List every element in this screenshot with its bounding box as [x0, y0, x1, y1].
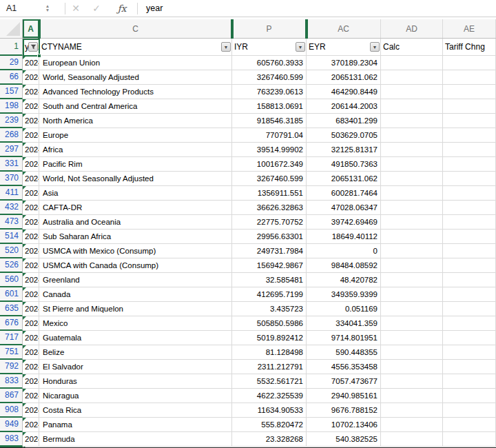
cell-iyr[interactable]: 81.128498	[232, 345, 307, 360]
cell-ctyname[interactable]: Belize	[39, 345, 232, 360]
row-header[interactable]: 370	[0, 172, 23, 186]
cell-iyr[interactable]: 1001672.349	[232, 157, 307, 172]
cell-calc[interactable]	[381, 230, 443, 244]
cell-AE1-tariff-header[interactable]: Tariff Chng	[443, 39, 496, 56]
cell-iyr[interactable]: 249731.7984	[232, 244, 307, 258]
cell-tariff[interactable]	[443, 215, 496, 230]
cell-eyr[interactable]: 0	[307, 244, 381, 258]
cell-eyr[interactable]: 464290.8449	[307, 85, 381, 99]
cell-eyr[interactable]: 9714.801951	[307, 331, 381, 345]
cell-ctyname[interactable]: Advanced Technology Products	[39, 85, 232, 99]
cell-year[interactable]: 2024	[23, 360, 39, 374]
cell-P1-iyr-header[interactable]: IYR ▼	[232, 39, 307, 56]
cell-iyr[interactable]: 39514.99902	[232, 143, 307, 157]
cell-year[interactable]: 2024	[23, 128, 39, 143]
cell-ctyname[interactable]: European Union	[39, 56, 232, 70]
cell-ctyname[interactable]: Sub Saharan Africa	[39, 230, 232, 244]
cell-iyr[interactable]: 11634.90533	[232, 403, 307, 418]
row-header[interactable]: 560	[0, 273, 23, 287]
cell-calc[interactable]	[381, 186, 443, 201]
cell-year[interactable]: 2024	[23, 374, 39, 389]
row-header[interactable]: 526	[0, 258, 23, 273]
cell-iyr[interactable]: 412695.7199	[232, 287, 307, 302]
cell-ctyname[interactable]: World, Not Seasonally Adjusted	[39, 172, 232, 186]
row-header[interactable]: 157	[0, 85, 23, 99]
row-header[interactable]: 514	[0, 230, 23, 244]
cell-iyr[interactable]: 23.328268	[232, 432, 307, 447]
cell-eyr[interactable]: 18649.40112	[307, 230, 381, 244]
cell-iyr[interactable]: 2311.212791	[232, 360, 307, 374]
cell-iyr[interactable]: 1356911.551	[232, 186, 307, 201]
cell-calc[interactable]	[381, 172, 443, 186]
cell-year[interactable]: 2024	[23, 114, 39, 128]
cell-ctyname[interactable]: Greenland	[39, 273, 232, 287]
cell-AC1-eyr-header[interactable]: EYR ▼	[307, 39, 381, 56]
cell-year[interactable]: 2024	[23, 258, 39, 273]
cell-ctyname[interactable]: Panama	[39, 418, 232, 432]
row-header[interactable]: 635	[0, 302, 23, 316]
row-header[interactable]: 198	[0, 99, 23, 114]
formula-input[interactable]: year	[138, 3, 496, 13]
cell-iyr[interactable]: 605760.3933	[232, 56, 307, 70]
cell-calc[interactable]	[381, 345, 443, 360]
cell-tariff[interactable]	[443, 244, 496, 258]
row-header[interactable]: 751	[0, 345, 23, 360]
cell-eyr[interactable]: 48.420782	[307, 273, 381, 287]
cell-year[interactable]: 2024	[23, 273, 39, 287]
cell-eyr[interactable]: 39742.69469	[307, 215, 381, 230]
cell-eyr[interactable]: 2940.985161	[307, 389, 381, 403]
cell-calc[interactable]	[381, 157, 443, 172]
cell-year[interactable]: 2024	[23, 389, 39, 403]
row-header-1[interactable]: 1	[0, 39, 23, 56]
cell-ctyname[interactable]: USMCA with Canada (Consump)	[39, 258, 232, 273]
cell-eyr[interactable]: 32125.81317	[307, 143, 381, 157]
cell-ctyname[interactable]: Pacific Rim	[39, 157, 232, 172]
cell-year[interactable]: 2024	[23, 345, 39, 360]
cell-tariff[interactable]	[443, 128, 496, 143]
cell-calc[interactable]	[381, 56, 443, 70]
cell-tariff[interactable]	[443, 99, 496, 114]
cell-year[interactable]: 2024	[23, 186, 39, 201]
cell-calc[interactable]	[381, 374, 443, 389]
cell-year[interactable]: 2024	[23, 85, 39, 99]
cell-tariff[interactable]	[443, 85, 496, 99]
cell-calc[interactable]	[381, 143, 443, 157]
cell-ctyname[interactable]: World, Seasonally Adjusted	[39, 70, 232, 85]
row-header[interactable]: 411	[0, 186, 23, 201]
cell-calc[interactable]	[381, 114, 443, 128]
cell-year[interactable]: 2024	[23, 230, 39, 244]
row-header[interactable]: 867	[0, 389, 23, 403]
row-header[interactable]: 239	[0, 114, 23, 128]
cell-iyr[interactable]: 505850.5986	[232, 316, 307, 331]
cell-calc[interactable]	[381, 389, 443, 403]
cell-calc[interactable]	[381, 360, 443, 374]
cell-eyr[interactable]: 2065131.062	[307, 172, 381, 186]
cell-year[interactable]: 2024	[23, 201, 39, 215]
cell-iyr[interactable]: 555.820472	[232, 418, 307, 432]
cell-ctyname[interactable]: Nicaragua	[39, 389, 232, 403]
column-header-AD[interactable]: AD	[381, 19, 443, 38]
cell-tariff[interactable]	[443, 360, 496, 374]
cell-eyr[interactable]: 4556.353458	[307, 360, 381, 374]
row-header[interactable]: 949	[0, 418, 23, 432]
cell-iyr[interactable]: 5019.892412	[232, 331, 307, 345]
cell-ctyname[interactable]: South and Central America	[39, 99, 232, 114]
cell-ctyname[interactable]: St Pierre and Miquelon	[39, 302, 232, 316]
cell-tariff[interactable]	[443, 403, 496, 418]
row-header[interactable]: 297	[0, 143, 23, 157]
cell-tariff[interactable]	[443, 374, 496, 389]
cell-tariff[interactable]	[443, 273, 496, 287]
cell-calc[interactable]	[381, 99, 443, 114]
cell-iyr[interactable]: 3267460.599	[232, 172, 307, 186]
cell-ctyname[interactable]: Bermuda	[39, 432, 232, 447]
cell-ctyname[interactable]: Costa Rica	[39, 403, 232, 418]
cell-ctyname[interactable]: Mexico	[39, 316, 232, 331]
cell-eyr[interactable]: 370189.2304	[307, 56, 381, 70]
cell-tariff[interactable]	[443, 201, 496, 215]
cell-eyr[interactable]: 540.382525	[307, 432, 381, 447]
column-header-P[interactable]: P	[232, 19, 307, 38]
cell-tariff[interactable]	[443, 157, 496, 172]
cell-eyr[interactable]: 7057.473677	[307, 374, 381, 389]
cell-iyr[interactable]: 770791.04	[232, 128, 307, 143]
cell-calc[interactable]	[381, 302, 443, 316]
